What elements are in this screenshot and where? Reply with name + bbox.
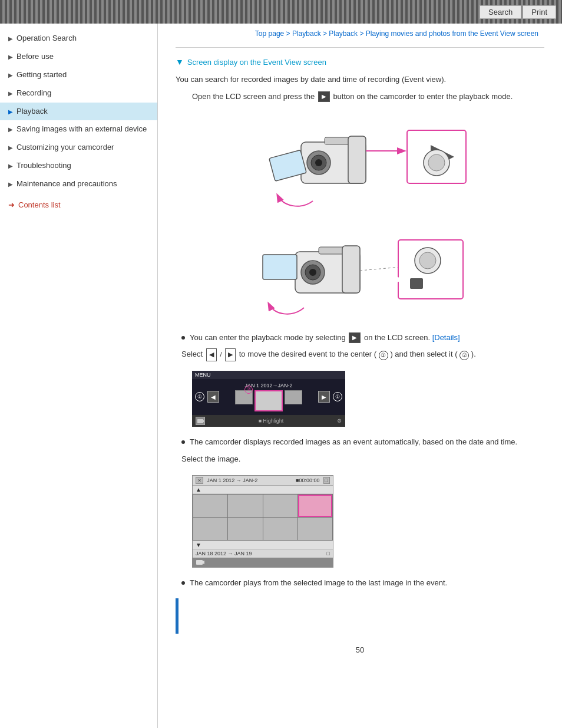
select-suffix: to move the desired event to the center … <box>239 350 376 359</box>
contents-list-link[interactable]: ➜ Contents list <box>0 196 157 214</box>
triangle-icon: ▼ <box>176 57 184 67</box>
arrow-icon: ▶ <box>8 180 13 188</box>
tg-header: × JAN 1 2012 → JAN-2 ■00:00:00 □ <box>193 476 333 486</box>
circle-2: ② <box>459 351 469 360</box>
slash: / <box>220 351 222 358</box>
sidebar-item-saving-images[interactable]: ▶ Saving images with an external device <box>0 120 157 139</box>
bullet-2-text: The camcorder displays recorded images a… <box>190 436 517 449</box>
contents-arrow-icon: ➜ <box>8 200 15 209</box>
sidebar-item-label: Recording <box>16 88 51 98</box>
tg-cell[interactable] <box>298 518 332 540</box>
svg-rect-23 <box>410 278 423 289</box>
sidebar-item-operation-search[interactable]: ▶ Operation Search <box>0 29 157 48</box>
arrow-icon: ▶ <box>8 162 13 170</box>
tg-grid <box>193 494 333 541</box>
bullet-item-1: You can enter the playback mode by selec… <box>176 332 544 344</box>
svg-rect-18 <box>342 246 360 293</box>
svg-rect-16 <box>263 255 297 279</box>
camcorder-diagram-1 <box>176 113 544 219</box>
main-layout: ▶ Operation Search ▶ Before use ▶ Gettin… <box>0 24 562 728</box>
page-number-text: 50 <box>356 645 364 654</box>
tg-cell[interactable] <box>228 518 262 540</box>
arrow-icon: ▶ <box>8 108 13 116</box>
arrow-icon: ▶ <box>8 53 13 61</box>
nav-left-icon: ◀ <box>206 348 217 361</box>
arrow-icon: ▶ <box>8 144 13 151</box>
bullet-dot-3 <box>181 581 185 585</box>
camera-icon-2 <box>196 559 205 566</box>
camcorder-diagram-2 <box>176 228 544 322</box>
sidebar-item-getting-started[interactable]: ▶ Getting started <box>0 66 157 84</box>
sidebar-item-before-use[interactable]: ▶ Before use <box>0 48 157 66</box>
tg-close-btn[interactable]: × <box>196 477 203 484</box>
playback-icon-inline: ▶ <box>349 332 361 343</box>
tg-footer-date: JAN 18 2012 → JAN 19 <box>196 551 252 556</box>
ev-highlight-label: ■ Highlight <box>259 418 283 424</box>
tg-date-range: JAN 1 2012 → JAN-2 <box>207 477 257 483</box>
tg-cell[interactable] <box>193 518 227 540</box>
playback-button-icon: ▶ <box>318 91 330 102</box>
search-button[interactable]: Search <box>480 5 521 19</box>
tg-footer-icon: □ <box>327 551 330 556</box>
ev-circle-1-left: ① <box>195 392 204 401</box>
svg-rect-27 <box>196 560 203 565</box>
thumbnail-grid-ui: × JAN 1 2012 → JAN-2 ■00:00:00 □ ▲ <box>192 475 333 568</box>
tg-cell-selected[interactable] <box>298 495 332 517</box>
bullet-item-2: The camcorder displays recorded images a… <box>176 436 544 449</box>
arrow-icon: ▶ <box>8 126 13 133</box>
ev-menu-label: MENU <box>195 372 211 378</box>
arrow-icon: ▶ <box>8 71 13 79</box>
breadcrumb-playback2[interactable]: Playback <box>329 29 358 38</box>
bullet-3-text: The camcorder plays from the selected im… <box>190 577 447 589</box>
sidebar-item-label: Getting started <box>16 70 67 80</box>
ev-nav-left-btn[interactable]: ◀ <box>207 391 219 403</box>
bullet1-text: You can enter the playback mode by selec… <box>190 333 346 342</box>
svg-point-22 <box>419 252 436 269</box>
circle-1: ① <box>379 351 388 360</box>
tg-cell[interactable] <box>228 495 262 517</box>
sidebar-item-recording[interactable]: ▶ Recording <box>0 84 157 103</box>
ev-bottom-bar: ■ Highlight ⚙ <box>192 415 345 427</box>
print-button[interactable]: Print <box>523 5 556 19</box>
svg-rect-6 <box>348 136 366 183</box>
select-image-label: Select the image. <box>181 453 544 466</box>
tg-scroll-up[interactable]: ▲ <box>193 486 333 494</box>
sidebar-item-customizing[interactable]: ▶ Customizing your camcorder <box>0 139 157 157</box>
svg-point-15 <box>309 269 316 276</box>
tg-cell[interactable] <box>263 518 297 540</box>
highlight-text: Highlight <box>263 418 283 424</box>
section-heading-text: Screen display on the Event View screen <box>187 58 326 67</box>
details-link[interactable]: [Details] <box>432 333 460 342</box>
ev-thumb-right <box>285 390 302 404</box>
breadcrumb-sep3: > <box>359 29 365 38</box>
svg-point-10 <box>428 154 445 171</box>
select-image-text: Select the image. <box>181 454 240 463</box>
ev-center: JAN 1 2012→JAN-2 ② <box>222 383 315 411</box>
breadcrumb-top[interactable]: Top page <box>255 29 284 38</box>
para2-suffix: button on the camcorder to enter the pla… <box>333 92 513 101</box>
arrow-icon: ▶ <box>8 35 13 42</box>
page-number: 50 <box>176 645 544 654</box>
tg-icon-box: □ <box>323 477 330 484</box>
bullet-dot <box>181 336 185 340</box>
ev-circle-2: ② <box>244 386 253 394</box>
sidebar-item-playback[interactable]: ▶ Playback <box>0 103 157 121</box>
ev-settings-icon: ⚙ <box>337 418 342 424</box>
tg-cell[interactable] <box>263 495 297 517</box>
breadcrumb-sep2: > <box>323 29 329 38</box>
sidebar-item-label: Customizing your camcorder <box>16 143 114 153</box>
ev-nav-right-btn[interactable]: ▶ <box>318 391 330 403</box>
breadcrumb-playback1[interactable]: Playback <box>292 29 321 38</box>
tg-cell[interactable] <box>193 495 227 517</box>
sidebar: ▶ Operation Search ▶ Before use ▶ Gettin… <box>0 24 158 728</box>
svg-marker-28 <box>203 561 204 564</box>
svg-point-3 <box>315 159 322 166</box>
tg-scroll-down[interactable]: ▼ <box>193 541 333 549</box>
camcorder-svg-1 <box>248 113 472 219</box>
sidebar-item-label: Maintenance and precautions <box>16 179 117 189</box>
divider <box>176 47 544 48</box>
sidebar-item-troubleshooting[interactable]: ▶ Troubleshooting <box>0 157 157 175</box>
para2-prefix: Open the LCD screen and press the <box>192 92 315 101</box>
sidebar-item-maintenance[interactable]: ▶ Maintenance and precautions <box>0 175 157 193</box>
sidebar-item-label: Troubleshooting <box>16 161 71 171</box>
